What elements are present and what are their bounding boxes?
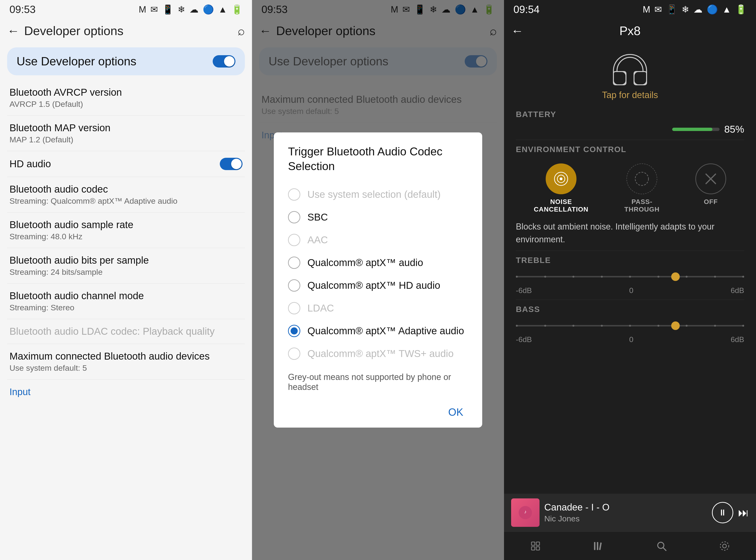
bass-thumb[interactable] <box>671 321 680 330</box>
next-button[interactable]: ⏭ <box>738 506 749 519</box>
search-button-1[interactable]: ⌕ <box>238 24 245 38</box>
svg-rect-1 <box>634 72 647 85</box>
screen-icon-1: 📱 <box>162 4 173 15</box>
track-info: Canadee - I - O Nic Jones <box>544 502 707 523</box>
env-item-noise-cancellation[interactable]: NOISECANCELLATION <box>534 163 589 213</box>
settings-item-subtitle-codec: Streaming: Qualcomm® aptX™ Adaptive audi… <box>9 196 243 206</box>
status-time-3: 09:54 <box>513 3 539 15</box>
bass-label: BASS <box>516 305 744 314</box>
radio-sbc[interactable] <box>288 211 300 223</box>
track-artist: Nic Jones <box>544 514 707 523</box>
treble-dot-9 <box>742 276 744 278</box>
settings-item-title-avrcp: Bluetooth AVRCP version <box>9 87 243 98</box>
svg-point-5 <box>635 172 649 185</box>
home-icon <box>530 540 542 552</box>
battery-info: 85% <box>672 124 744 135</box>
radio-aptx-adaptive[interactable] <box>288 325 300 337</box>
bass-dot-5 <box>629 325 631 327</box>
treble-mid-label: 0 <box>629 286 633 295</box>
radio-item-aptx-hd[interactable]: Qualcomm® aptX™ HD audio <box>288 274 468 297</box>
env-item-off[interactable]: OFF <box>695 163 726 206</box>
settings-item-title-max-devices: Maximum connected Bluetooth audio device… <box>9 351 243 362</box>
settings-item-title-bits: Bluetooth audio bits per sample <box>9 255 243 266</box>
dev-options-row-1[interactable]: Use Developer options <box>7 47 245 75</box>
settings-item-subtitle-map: MAP 1.2 (Default) <box>9 135 243 144</box>
radio-use-system[interactable] <box>288 188 300 201</box>
env-item-pass-through[interactable]: PASS-THROUGH <box>624 163 660 213</box>
bluetooth-codec-dialog: Trigger Bluetooth Audio Codec Selection … <box>274 133 482 428</box>
gear-icon <box>719 540 731 552</box>
settings-item-map[interactable]: Bluetooth MAP version MAP 1.2 (Default) <box>7 116 245 151</box>
radio-item-aptx-tws[interactable]: Qualcomm® aptX™ TWS+ audio <box>288 342 468 365</box>
settings-item-codec[interactable]: Bluetooth audio codec Streaming: Qualcom… <box>7 177 245 213</box>
toolbar-title-3: Px8 <box>528 24 732 38</box>
radio-item-aac[interactable]: AAC <box>288 228 468 251</box>
panel-px8: 09:54 M ✉ 📱 ❄ ☁ 🔵 ▲ 🔋 ← Px8 Tap for deta… <box>504 0 756 560</box>
svg-rect-15 <box>597 542 598 550</box>
nav-item-home[interactable] <box>530 540 542 552</box>
headphone-svg-icon[interactable] <box>609 50 651 88</box>
settings-item-subtitle-channel: Streaming: Stereo <box>9 303 243 312</box>
treble-track[interactable] <box>516 276 744 277</box>
radio-item-ldac[interactable]: LDAC <box>288 297 468 320</box>
off-button[interactable] <box>695 163 726 194</box>
radio-aptx[interactable] <box>288 257 300 269</box>
message-icon-3: ✉ <box>654 4 662 15</box>
mail-icon-1: M <box>139 4 146 15</box>
svg-rect-16 <box>599 542 601 550</box>
treble-dot-7 <box>686 276 688 278</box>
nav-item-search[interactable] <box>656 540 668 552</box>
now-playing-bar[interactable]: ♪ Canadee - I - O Nic Jones ⏸ ⏭ <box>504 494 756 532</box>
bass-max-label: 6dB <box>731 335 744 344</box>
noise-cancellation-button[interactable] <box>546 163 576 194</box>
tap-details-link[interactable]: Tap for details <box>602 90 658 100</box>
pause-button[interactable]: ⏸ <box>712 502 733 523</box>
radio-item-sbc[interactable]: SBC <box>288 206 468 228</box>
back-button-3[interactable]: ← <box>511 24 524 38</box>
wifi-icon-1: ▲ <box>218 4 227 15</box>
bass-dot-6 <box>657 325 659 327</box>
treble-thumb[interactable] <box>671 273 680 281</box>
battery-section-label: BATTERY <box>504 105 756 121</box>
bass-slider-container[interactable] <box>516 319 744 333</box>
settings-item-max-devices[interactable]: Maximum connected Bluetooth audio device… <box>7 344 245 380</box>
svg-point-20 <box>720 542 729 550</box>
status-icons-1: M ✉ 📱 ❄ ☁ 🔵 ▲ 🔋 <box>139 4 243 15</box>
dev-options-toggle-1[interactable] <box>213 55 236 67</box>
radio-ldac[interactable] <box>288 302 300 314</box>
radio-label-aptx-tws: Qualcomm® aptX™ TWS+ audio <box>307 348 453 359</box>
radio-item-0[interactable]: Use system selection (default) <box>288 183 468 206</box>
bass-track[interactable] <box>516 325 744 326</box>
radio-aac[interactable] <box>288 234 300 246</box>
dialog-ok-button[interactable]: OK <box>443 404 468 420</box>
radio-item-aptx-adaptive[interactable]: Qualcomm® aptX™ Adaptive audio <box>288 320 468 342</box>
battery-bar-container <box>672 128 719 131</box>
dialog-title: Trigger Bluetooth Audio Codec Selection <box>288 144 468 174</box>
section-label-input-1: Input <box>7 380 245 400</box>
bass-dot-4 <box>601 325 603 327</box>
treble-label: TREBLE <box>516 256 744 265</box>
treble-slider-container[interactable] <box>516 269 744 284</box>
settings-item-bits[interactable]: Bluetooth audio bits per sample Streamin… <box>7 248 245 283</box>
settings-item-avrcp[interactable]: Bluetooth AVRCP version AVRCP 1.5 (Defau… <box>7 80 245 116</box>
radio-aptx-tws[interactable] <box>288 347 300 360</box>
track-title: Canadee - I - O <box>544 502 707 513</box>
radio-item-aptx[interactable]: Qualcomm® aptX™ audio <box>288 251 468 274</box>
back-button-1[interactable]: ← <box>7 24 19 38</box>
radio-aptx-hd[interactable] <box>288 279 300 292</box>
library-icon <box>593 540 605 552</box>
radio-label-use-system: Use system selection (default) <box>307 189 441 200</box>
treble-labels: -6dB 0 6dB <box>516 286 744 295</box>
settings-item-sample-rate[interactable]: Bluetooth audio sample rate Streaming: 4… <box>7 213 245 248</box>
pass-through-button[interactable] <box>627 163 657 194</box>
nav-item-library[interactable] <box>593 540 605 552</box>
settings-item-channel[interactable]: Bluetooth audio channel mode Streaming: … <box>7 283 245 319</box>
settings-item-subtitle-bits: Streaming: 24 bits/sample <box>9 267 243 277</box>
toolbar-3: ← Px8 <box>504 19 756 43</box>
nav-item-settings[interactable] <box>719 540 731 552</box>
noise-cancellation-icon <box>553 171 569 187</box>
settings-item-subtitle-avrcp: AVRCP 1.5 (Default) <box>9 100 243 109</box>
settings-item-hd-audio[interactable]: HD audio <box>7 151 245 177</box>
hd-audio-toggle[interactable] <box>220 158 243 170</box>
status-icons-3: M ✉ 📱 ❄ ☁ 🔵 ▲ 🔋 <box>643 4 747 15</box>
